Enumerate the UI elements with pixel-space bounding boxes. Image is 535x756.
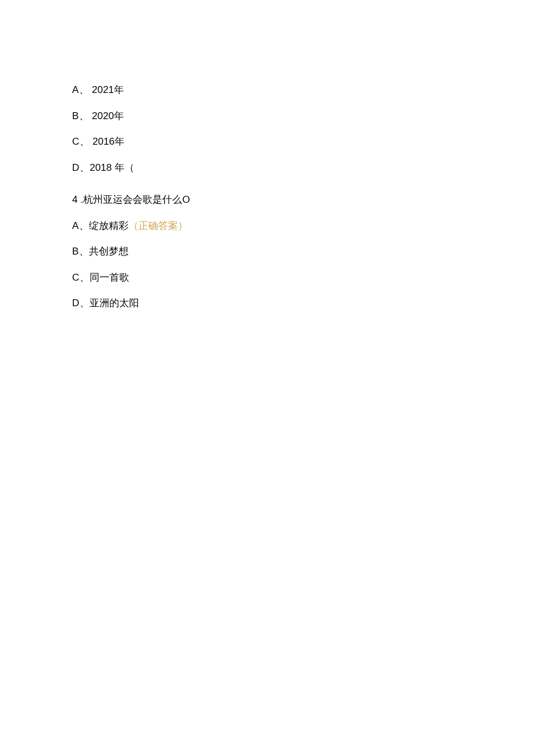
option-label: C、	[72, 136, 90, 147]
option-text: 同一首歌	[90, 272, 129, 283]
option-text: 共创梦想	[89, 246, 129, 257]
question-number: 4	[72, 194, 78, 205]
q3-option-a: A、 2021年	[72, 83, 535, 98]
q4-option-d: D、亚洲的太阳	[72, 296, 535, 311]
option-text: 2021年	[92, 84, 124, 95]
option-text: 2018 年（	[90, 162, 134, 173]
q4-option-a: A、绽放精彩（正确答案）	[72, 218, 535, 234]
question-text: .杭州亚运会会歌是什么O	[78, 194, 190, 205]
option-label: A、	[72, 220, 89, 231]
option-label: B、	[72, 110, 89, 121]
option-text: 绽放精彩	[89, 220, 129, 231]
option-label: D、	[72, 162, 90, 173]
q4-option-c: C、同一首歌	[72, 270, 535, 285]
q4-option-b: B、共创梦想	[72, 244, 535, 259]
q3-option-d: D、2018 年（	[72, 160, 535, 175]
option-label: B、	[72, 246, 89, 257]
q3-option-c: C、 2016年	[72, 134, 535, 149]
option-label: C、	[72, 272, 90, 283]
option-label: A、	[72, 84, 89, 95]
correct-answer-label: （正确答案）	[129, 220, 188, 231]
option-text: 2020年	[92, 110, 124, 121]
option-text: 亚洲的太阳	[90, 298, 139, 309]
option-text: 2016年	[92, 136, 124, 147]
q4-question: 4 .杭州亚运会会歌是什么O	[72, 192, 535, 207]
q3-option-b: B、 2020年	[72, 109, 535, 124]
option-label: D、	[72, 298, 90, 309]
